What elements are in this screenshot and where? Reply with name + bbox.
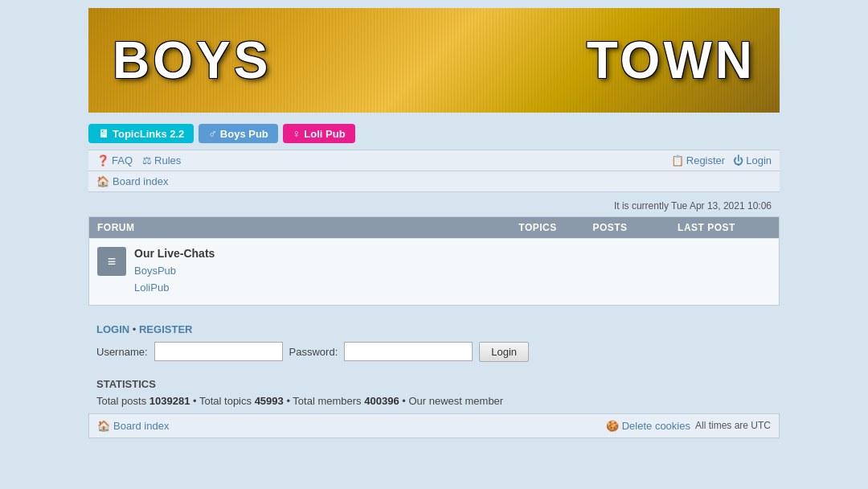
tab-loli-pub[interactable]: ♀ Loli Pub: [283, 124, 355, 143]
forum-category-title: Our Live-Chats: [134, 247, 215, 260]
total-posts-value: 1039281: [149, 395, 190, 407]
login-form: Username: Password: Login: [96, 342, 772, 362]
forum-row-icon: ≡: [97, 247, 126, 276]
site-banner: BOYS TOWN: [88, 8, 780, 113]
subforum-lolipub-link[interactable]: LoliPub: [134, 280, 215, 297]
breadcrumb-bar: 🏠 Board index: [88, 171, 780, 192]
register-title-link[interactable]: REGISTER: [139, 323, 192, 335]
username-input[interactable]: [154, 342, 283, 361]
forum-main-content: FORUM TOPICS POSTS LAST POST ≡ Our Live-…: [88, 216, 780, 306]
tab-boys-pub[interactable]: ♂ Boys Pub: [199, 124, 277, 143]
footer-timezone-text: All times are UTC: [695, 420, 771, 431]
cookie-icon: 🍪: [606, 420, 619, 432]
login-section: LOGIN • REGISTER Username: Password: Log…: [88, 314, 780, 368]
login-title: LOGIN • REGISTER: [96, 323, 772, 335]
forum-row-left: ≡ Our Live-Chats BoysPub LoliPub: [97, 247, 497, 297]
rules-link[interactable]: ⚖ Rules: [142, 154, 181, 166]
password-input[interactable]: [344, 342, 473, 361]
total-topics-label: Total topics: [199, 395, 252, 407]
password-label: Password:: [289, 346, 338, 358]
forum-info: Our Live-Chats BoysPub LoliPub: [134, 247, 215, 297]
top-bar: ❓ FAQ ⚖ Rules 📋 Register ⏻ Login: [88, 150, 780, 171]
faq-link[interactable]: ❓ FAQ: [96, 154, 133, 166]
total-members-label: Total members: [293, 395, 361, 407]
forum-table-header: FORUM TOPICS POSTS LAST POST: [89, 217, 779, 238]
login-link[interactable]: ⏻ Login: [733, 154, 772, 166]
login-button[interactable]: Login: [479, 342, 529, 362]
nav-tabs: 🖥 TopicLinks 2.2 ♂ Boys Pub ♀ Loli Pub: [88, 119, 780, 148]
breadcrumb-board-index[interactable]: 🏠 Board index: [96, 175, 168, 187]
total-posts-label: Total posts: [96, 395, 146, 407]
forum-row: ≡ Our Live-Chats BoysPub LoliPub: [89, 238, 779, 305]
statistics-text: Total posts 1039281 • Total topics 45993…: [96, 395, 772, 407]
username-label: Username:: [96, 346, 148, 358]
monitor-icon: 🖥: [98, 127, 109, 140]
statistics-section: STATISTICS Total posts 1039281 • Total t…: [88, 368, 780, 413]
subforum-boyspub-link[interactable]: BoysPub: [134, 263, 215, 280]
total-topics-value: 45993: [255, 395, 284, 407]
datetime-bar: It is currently Tue Apr 13, 2021 10:06: [88, 197, 780, 216]
register-link[interactable]: 📋 Register: [671, 154, 725, 166]
footer-right: 🍪 Delete cookies All times are UTC: [606, 420, 771, 432]
total-members-value: 400396: [364, 395, 399, 407]
top-bar-left: ❓ FAQ ⚖ Rules: [96, 154, 181, 166]
power-icon: ⏻: [733, 154, 743, 166]
delete-cookies-link[interactable]: 🍪 Delete cookies: [606, 420, 690, 432]
male-icon: ♂: [208, 127, 217, 140]
statistics-title: STATISTICS: [96, 378, 772, 390]
female-icon: ♀: [293, 127, 301, 140]
tab-topiclinks[interactable]: 🖥 TopicLinks 2.2: [88, 124, 194, 143]
rules-icon: ⚖: [142, 154, 152, 166]
banner-town-text: TOWN: [587, 31, 755, 90]
faq-icon: ❓: [96, 154, 109, 166]
login-separator: •: [133, 323, 137, 335]
list-icon: ≡: [108, 253, 117, 270]
top-bar-right: 📋 Register ⏻ Login: [671, 154, 772, 166]
home-icon: 🏠: [96, 175, 109, 187]
footer-board-index-link[interactable]: 🏠 Board index: [97, 420, 169, 432]
footer-bar: 🏠 Board index 🍪 Delete cookies All times…: [88, 413, 780, 438]
login-title-link[interactable]: LOGIN: [96, 323, 129, 335]
footer-home-icon: 🏠: [97, 420, 110, 432]
register-icon: 📋: [671, 154, 684, 166]
footer-left: 🏠 Board index: [97, 420, 169, 432]
banner-boys-text: BOYS: [113, 31, 271, 90]
newest-member-label: Our newest member: [408, 395, 503, 407]
